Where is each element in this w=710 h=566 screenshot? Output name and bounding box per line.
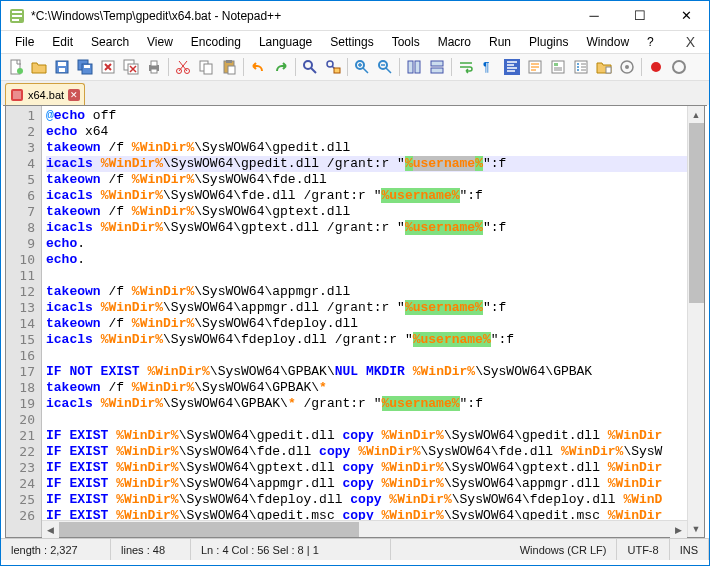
undo-icon[interactable] xyxy=(247,56,269,78)
menu-language[interactable]: Language xyxy=(251,33,320,51)
svg-point-40 xyxy=(577,66,579,68)
svg-rect-23 xyxy=(226,60,232,63)
svg-point-46 xyxy=(673,61,685,73)
svg-rect-8 xyxy=(59,68,65,72)
wordwrap-icon[interactable] xyxy=(455,56,477,78)
scroll-thumb-v[interactable] xyxy=(689,123,704,303)
scroll-down-icon[interactable]: ▼ xyxy=(688,520,704,537)
svg-rect-21 xyxy=(204,64,212,74)
menu-search[interactable]: Search xyxy=(83,33,137,51)
cut-icon[interactable] xyxy=(172,56,194,78)
close-all-icon[interactable] xyxy=(120,56,142,78)
stop-macro-icon[interactable] xyxy=(668,56,690,78)
tab-x64-bat[interactable]: x64.bat ✕ xyxy=(5,83,85,105)
line-number-gutter: 1234567891011121314151617181920212223242… xyxy=(6,106,42,537)
svg-rect-42 xyxy=(606,67,611,73)
status-lines: lines : 48 xyxy=(111,539,191,560)
svg-rect-2 xyxy=(12,15,22,17)
svg-rect-48 xyxy=(13,91,21,99)
record-macro-icon[interactable] xyxy=(645,56,667,78)
save-all-icon[interactable] xyxy=(74,56,96,78)
tabbar: x64.bat ✕ xyxy=(1,81,709,105)
maximize-button[interactable]: ☐ xyxy=(617,1,663,31)
udl-icon[interactable] xyxy=(524,56,546,78)
svg-point-44 xyxy=(625,65,629,69)
svg-point-39 xyxy=(577,63,579,65)
close-file-icon[interactable] xyxy=(97,56,119,78)
zoom-in-icon[interactable] xyxy=(351,56,373,78)
menu-help[interactable]: ? xyxy=(639,33,662,51)
indent-guide-icon[interactable] xyxy=(501,56,523,78)
svg-rect-37 xyxy=(554,63,558,66)
svg-rect-3 xyxy=(12,19,19,21)
svg-rect-16 xyxy=(151,61,157,66)
scroll-left-icon[interactable]: ◀ xyxy=(42,521,59,538)
close-button[interactable]: ✕ xyxy=(663,1,709,31)
menu-view[interactable]: View xyxy=(139,33,181,51)
code-area[interactable]: @echo offecho x64takeown /f %WinDir%\Sys… xyxy=(42,106,704,537)
new-file-icon[interactable] xyxy=(5,56,27,78)
monitoring-icon[interactable] xyxy=(616,56,638,78)
status-length: length : 2,327 xyxy=(1,539,111,560)
svg-rect-17 xyxy=(151,69,157,73)
titlebar: *C:\Windows\Temp\gpedit\x64.bat - Notepa… xyxy=(1,1,709,31)
folder-panel-icon[interactable] xyxy=(593,56,615,78)
status-encoding[interactable]: UTF-8 xyxy=(617,539,669,560)
redo-icon[interactable] xyxy=(270,56,292,78)
menu-ext-close[interactable]: X xyxy=(678,32,703,52)
window-title: *C:\Windows\Temp\gpedit\x64.bat - Notepa… xyxy=(31,9,571,23)
svg-rect-32 xyxy=(431,61,443,66)
svg-rect-36 xyxy=(552,61,564,73)
app-icon xyxy=(9,8,25,24)
allchars-icon[interactable]: ¶ xyxy=(478,56,500,78)
menu-edit[interactable]: Edit xyxy=(44,33,81,51)
svg-point-41 xyxy=(577,69,579,71)
tab-close-icon[interactable]: ✕ xyxy=(68,89,80,101)
funclist-icon[interactable] xyxy=(570,56,592,78)
print-icon[interactable] xyxy=(143,56,165,78)
menu-file[interactable]: File xyxy=(7,33,42,51)
svg-point-5 xyxy=(17,68,23,74)
svg-rect-31 xyxy=(415,61,420,73)
svg-rect-7 xyxy=(58,62,66,66)
zoom-out-icon[interactable] xyxy=(374,56,396,78)
tab-modified-icon xyxy=(10,88,24,102)
statusbar: length : 2,327 lines : 48 Ln : 4 Col : 5… xyxy=(1,538,709,560)
sync-h-icon[interactable] xyxy=(426,56,448,78)
open-file-icon[interactable] xyxy=(28,56,50,78)
paste-icon[interactable] xyxy=(218,56,240,78)
svg-rect-30 xyxy=(408,61,413,73)
minimize-button[interactable]: ─ xyxy=(571,1,617,31)
scroll-thumb-h[interactable] xyxy=(59,522,359,537)
menubar: File Edit Search View Encoding Language … xyxy=(1,31,709,53)
docmap-icon[interactable] xyxy=(547,56,569,78)
vertical-scrollbar[interactable]: ▲ ▼ xyxy=(687,106,704,537)
editor[interactable]: 1234567891011121314151617181920212223242… xyxy=(5,106,705,538)
horizontal-scrollbar[interactable]: ◀ ▶ xyxy=(42,520,687,537)
menu-macro[interactable]: Macro xyxy=(430,33,479,51)
copy-icon[interactable] xyxy=(195,56,217,78)
status-eol[interactable]: Windows (CR LF) xyxy=(510,539,618,560)
svg-point-45 xyxy=(651,62,661,72)
menu-settings[interactable]: Settings xyxy=(322,33,381,51)
menu-encoding[interactable]: Encoding xyxy=(183,33,249,51)
status-insert-mode[interactable]: INS xyxy=(670,539,709,560)
scroll-up-icon[interactable]: ▲ xyxy=(688,106,704,123)
tab-label: x64.bat xyxy=(28,89,64,101)
svg-point-25 xyxy=(304,61,312,69)
status-position: Ln : 4 Col : 56 Sel : 8 | 1 xyxy=(191,539,391,560)
menu-tools[interactable]: Tools xyxy=(384,33,428,51)
svg-rect-33 xyxy=(431,68,443,73)
menu-window[interactable]: Window xyxy=(578,33,637,51)
menu-plugins[interactable]: Plugins xyxy=(521,33,576,51)
scroll-right-icon[interactable]: ▶ xyxy=(670,521,687,538)
svg-rect-11 xyxy=(84,65,90,68)
svg-rect-24 xyxy=(228,66,235,74)
sync-v-icon[interactable] xyxy=(403,56,425,78)
svg-rect-27 xyxy=(334,68,340,73)
replace-icon[interactable] xyxy=(322,56,344,78)
save-icon[interactable] xyxy=(51,56,73,78)
menu-run[interactable]: Run xyxy=(481,33,519,51)
svg-text:¶: ¶ xyxy=(483,60,489,74)
find-icon[interactable] xyxy=(299,56,321,78)
